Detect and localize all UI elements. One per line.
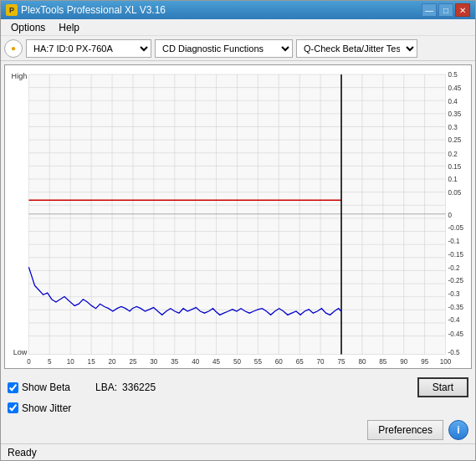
bottom-panel: Show Beta LBA: 336225 Start Show Jitter …: [1, 372, 475, 443]
svg-text:50: 50: [233, 356, 241, 365]
menu-options[interactable]: Options: [4, 20, 52, 35]
svg-text:0.35: 0.35: [448, 110, 462, 118]
svg-text:60: 60: [275, 356, 283, 365]
function-select[interactable]: CD Diagnostic Functions: [155, 39, 293, 58]
svg-text:0.1: 0.1: [448, 175, 458, 183]
svg-text:45: 45: [212, 356, 220, 365]
svg-text:-0.25: -0.25: [448, 276, 464, 284]
svg-text:0.3: 0.3: [448, 122, 458, 131]
svg-text:15: 15: [88, 356, 95, 365]
svg-text:35: 35: [171, 356, 178, 365]
svg-text:-0.05: -0.05: [448, 223, 464, 232]
show-jitter-checkbox[interactable]: [8, 402, 18, 413]
svg-text:-0.35: -0.35: [448, 302, 464, 310]
drive-select[interactable]: HA:7 ID:0 PX-760A: [26, 39, 151, 58]
app-icon: P: [6, 4, 18, 16]
title-controls: — □ ✕: [422, 3, 470, 17]
toolbar: ● HA:7 ID:0 PX-760A CD Diagnostic Functi…: [1, 36, 475, 61]
main-window: P PlexTools Professional XL V3.16 — □ ✕ …: [0, 0, 476, 461]
svg-text:-0.2: -0.2: [448, 263, 460, 271]
status-bar: Ready: [1, 443, 475, 460]
bottom-row1: Show Beta LBA: 336225 Start: [8, 376, 468, 399]
svg-text:5: 5: [48, 356, 52, 365]
test-select[interactable]: Q-Check Beta/Jitter Test: [296, 39, 417, 58]
minimize-button[interactable]: —: [422, 3, 437, 17]
info-button[interactable]: i: [448, 420, 468, 440]
svg-text:30: 30: [150, 356, 157, 365]
restore-button[interactable]: □: [438, 3, 453, 17]
svg-text:0: 0: [448, 211, 453, 219]
svg-text:Low: Low: [13, 346, 28, 356]
svg-text:25: 25: [129, 356, 136, 365]
preferences-button[interactable]: Preferences: [367, 420, 443, 440]
svg-text:75: 75: [338, 356, 345, 365]
svg-text:-0.1: -0.1: [448, 237, 460, 245]
svg-text:90: 90: [400, 356, 407, 365]
lba-section: LBA: 336225: [95, 382, 156, 393]
svg-text:95: 95: [421, 356, 428, 365]
svg-text:0.45: 0.45: [448, 83, 462, 91]
show-beta-label: Show Beta: [22, 382, 70, 393]
title-bar: P PlexTools Professional XL V3.16 — □ ✕: [1, 1, 475, 19]
chart-area: High Low 0.5 0.45 0.4 0.35 0.3 0.25 0.2 …: [4, 64, 472, 369]
svg-text:85: 85: [379, 356, 386, 365]
svg-text:-0.15: -0.15: [448, 250, 464, 259]
show-jitter-label: Show Jitter: [22, 402, 71, 414]
menu-bar: Options Help: [1, 19, 475, 36]
svg-text:70: 70: [317, 356, 325, 365]
svg-text:-0.4: -0.4: [448, 315, 460, 324]
svg-text:0: 0: [27, 356, 31, 365]
svg-text:0.2: 0.2: [448, 149, 458, 157]
svg-text:0.5: 0.5: [448, 70, 458, 79]
bottom-row3: Preferences i: [8, 420, 468, 440]
show-jitter-checkbox-label[interactable]: Show Jitter: [8, 402, 71, 414]
lba-value: 336225: [122, 382, 156, 393]
svg-text:-0.3: -0.3: [448, 289, 460, 298]
status-text: Ready: [8, 447, 37, 458]
svg-text:40: 40: [192, 356, 199, 365]
svg-text:55: 55: [254, 356, 262, 365]
drive-icon-button[interactable]: ●: [4, 39, 23, 58]
start-button[interactable]: Start: [417, 377, 468, 397]
menu-help[interactable]: Help: [52, 20, 86, 35]
show-beta-checkbox[interactable]: [8, 382, 18, 393]
bottom-row2: Show Jitter: [8, 399, 468, 417]
svg-text:0.05: 0.05: [448, 187, 462, 196]
svg-text:0.15: 0.15: [448, 162, 462, 171]
action-buttons: Start: [417, 377, 468, 397]
svg-text:-0.5: -0.5: [448, 347, 460, 356]
svg-text:0.4: 0.4: [448, 97, 458, 105]
close-button[interactable]: ✕: [455, 3, 470, 17]
svg-text:0.25: 0.25: [448, 136, 462, 144]
svg-text:-0.45: -0.45: [448, 329, 464, 337]
lba-label: LBA:: [95, 382, 117, 393]
svg-text:80: 80: [358, 356, 366, 365]
svg-text:100: 100: [440, 356, 452, 365]
svg-text:20: 20: [109, 356, 116, 365]
window-title: PlexTools Professional XL V3.16: [21, 4, 422, 16]
svg-text:65: 65: [296, 356, 304, 365]
svg-text:10: 10: [67, 356, 74, 365]
show-beta-checkbox-label[interactable]: Show Beta: [8, 382, 70, 393]
svg-text:High: High: [12, 71, 28, 80]
chart-svg: High Low 0.5 0.45 0.4 0.35 0.3 0.25 0.2 …: [5, 65, 471, 368]
